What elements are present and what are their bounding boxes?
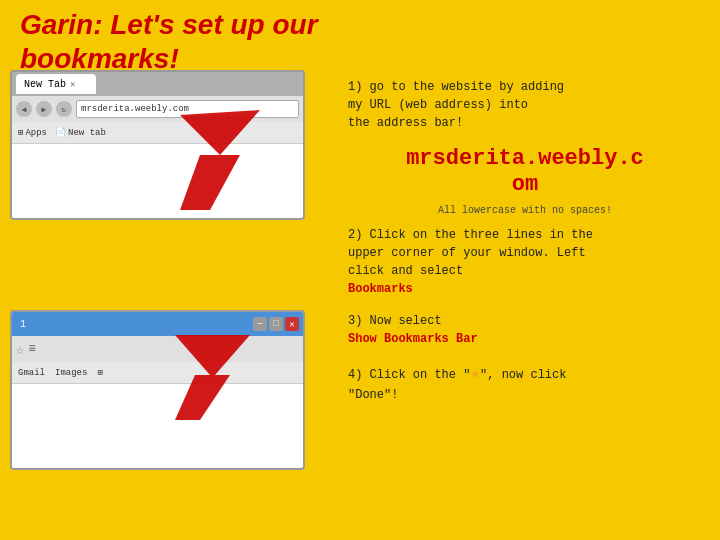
instruction-step3: 3) Now select Show Bookmarks Bar — [348, 312, 702, 348]
arrow-to-menu — [170, 325, 300, 425]
apps-grid-icon: ⊞ — [18, 127, 23, 138]
svg-marker-2 — [175, 335, 250, 420]
step1-text: 1) go to the website by adding my URL (w… — [348, 78, 702, 132]
images-link[interactable]: Images — [55, 368, 87, 378]
star-icon: ☆ — [16, 341, 24, 358]
step3-text: 3) Now select Show Bookmarks Bar — [348, 312, 702, 348]
forward-button[interactable]: ▶ — [36, 101, 52, 117]
step2-text: 2) Click on the three lines in the upper… — [348, 226, 702, 298]
browser-tab: New Tab ✕ — [16, 74, 96, 94]
instruction-step2: 2) Click on the three lines in the upper… — [348, 226, 702, 298]
gmail-link[interactable]: Gmail — [18, 368, 45, 378]
left-panel: New Tab ✕ ◀ ▶ ↻ mrsderita.weebly.com ⊞ A… — [10, 70, 320, 520]
star-inline-icon: ★ — [470, 365, 480, 383]
tab-close-icon: ✕ — [70, 79, 75, 90]
back-button[interactable]: ◀ — [16, 101, 32, 117]
step4-text: 4) Click on the "★", now click "Done"! — [348, 362, 702, 404]
url-display: mrsderita.weebly.c om — [348, 146, 702, 199]
bookmark-apps: ⊞ Apps — [18, 127, 47, 138]
title-area: Garin: Let's set up our bookmarks! — [20, 8, 340, 75]
page-icon: 📄 — [55, 127, 66, 138]
title-bar-text: 1 — [16, 319, 26, 330]
browser-tab-bar-top: New Tab ✕ — [12, 72, 303, 96]
instruction-step4: 4) Click on the "★", now click "Done"! — [348, 362, 702, 404]
show-bookmarks-link: Show Bookmarks Bar — [348, 332, 478, 346]
page-container: Garin: Let's set up our bookmarks! New T… — [0, 0, 720, 540]
bookmarks-link: Bookmarks — [348, 282, 413, 296]
svg-marker-1 — [180, 110, 260, 210]
instruction-step1: 1) go to the website by adding my URL (w… — [348, 78, 702, 132]
hamburger-menu-icon[interactable]: ≡ — [28, 342, 35, 356]
arrow-to-address-bar — [170, 100, 300, 220]
grid-icon: ⊞ — [97, 367, 102, 378]
url-note: All lowercase with no spaces! — [348, 205, 702, 216]
refresh-button[interactable]: ↻ — [56, 101, 72, 117]
bookmark-newtab: 📄 New tab — [55, 127, 106, 138]
page-title: Garin: Let's set up our bookmarks! — [20, 8, 340, 75]
tab-label: New Tab — [24, 79, 66, 90]
right-panel: 1) go to the website by adding my URL (w… — [340, 70, 710, 426]
